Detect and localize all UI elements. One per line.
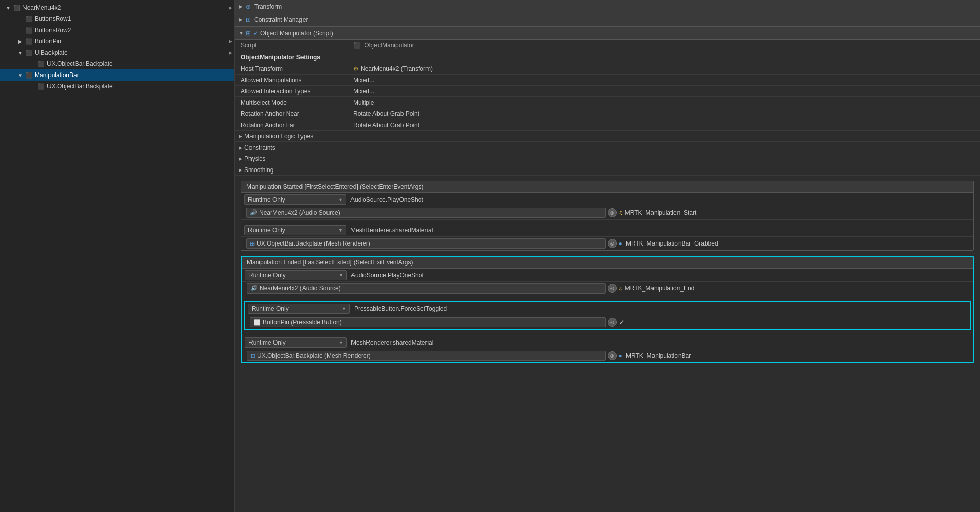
- rotation-anchor-far-label: Rotation Anchor Far: [241, 121, 353, 129]
- tree-item-manipulation-bar[interactable]: ▼ ⬛ ManipulationBar: [0, 69, 234, 81]
- script-label: Script: [241, 42, 353, 49]
- cube-icon: ⬛: [12, 5, 21, 11]
- tree-item-label: UX.ObjectBar.Backplate: [47, 83, 234, 90]
- constraint-manager-section[interactable]: ▶ ⊞ Constraint Manager: [235, 13, 980, 27]
- allowed-interaction-types-row[interactable]: Allowed Interaction Types Mixed...: [235, 86, 980, 97]
- me-method-2: PressableButton.ForceSetToggled: [350, 305, 967, 312]
- me-circle-btn-2[interactable]: ◎: [608, 318, 617, 327]
- expand-icon: ▼: [239, 30, 244, 36]
- checkmark-icon: ✓: [253, 30, 258, 37]
- tree-item-buttons-row2[interactable]: ⬛ ButtonsRow2: [0, 25, 234, 36]
- dropdown-arrow-icon: ▼: [339, 273, 343, 278]
- physics-row[interactable]: ▶ Physics: [235, 153, 980, 164]
- object-manipulator-icon: ⊞: [246, 30, 251, 37]
- me-dropdown-3[interactable]: Runtime Only ▼: [245, 337, 347, 348]
- allowed-manipulations-value: Mixed...: [353, 77, 974, 84]
- me-dropdown-1[interactable]: Runtime Only ▼: [245, 270, 347, 280]
- allowed-manipulations-row[interactable]: Allowed Manipulations Mixed...: [235, 75, 980, 86]
- ms-circle-btn-1[interactable]: ◎: [608, 208, 617, 217]
- me-event-row-2: Runtime Only ▼ PressableButton.ForceSetT…: [245, 302, 970, 315]
- tree-item-label: ButtonsRow2: [35, 27, 234, 34]
- physics-label: Physics: [244, 155, 265, 162]
- cube-icon: ⬛: [24, 72, 34, 79]
- hierarchy-panel: ▼ ⬛ NearMenu4x2 ▶ ⬛ ButtonsRow1 ⬛ Button…: [0, 0, 235, 512]
- tree-item-near-menu[interactable]: ▼ ⬛ NearMenu4x2 ▶: [0, 2, 234, 13]
- tree-item-ux-backplate1[interactable]: ⬛ UX.ObjectBar.Backplate: [0, 58, 234, 69]
- rotation-anchor-near-value: Rotate About Grab Point: [353, 110, 974, 117]
- me-dropdown-2[interactable]: Runtime Only ▼: [248, 304, 350, 314]
- ms-method-2: MeshRenderer.sharedMaterial: [346, 227, 970, 234]
- manipulation-logic-types-row[interactable]: ▶ Manipulation Logic Types: [235, 131, 980, 142]
- ms-note-1: ♫ MRTK_Manipulation_Start: [617, 209, 971, 216]
- tree-item-label: ButtonsRow1: [35, 15, 234, 22]
- manipulation-started-header: Manipulation Started [FirstSelectEntered…: [241, 181, 973, 193]
- tree-item-button-pin[interactable]: ▶ ⬛ ButtonPin ▶: [0, 36, 234, 47]
- ms-event-row-2: Runtime Only ▼ MeshRenderer.sharedMateri…: [241, 224, 973, 237]
- ms-object-row-1: 🔊 NearMenu4x2 (Audio Source) ◎ ♫ MRTK_Ma…: [241, 206, 973, 220]
- manipulation-ended-block: Manipulation Ended [LastSelectExited] (S…: [241, 256, 974, 363]
- transform-label: Transform: [254, 3, 282, 10]
- ms-object-field-1[interactable]: 🔊 NearMenu4x2 (Audio Source): [246, 208, 606, 218]
- audio-icon: 🔊: [250, 209, 257, 216]
- tree-item-label: ButtonPin: [35, 38, 226, 45]
- me-object-row-1: 🔊 NearMenu4x2 (Audio Source) ◎ ♫ MRTK_Ma…: [242, 282, 973, 295]
- tree-item-label: UIBackplate: [35, 49, 226, 56]
- me-event-row-3: Runtime Only ▼ MeshRenderer.sharedMateri…: [242, 336, 973, 349]
- inspector-panel: ▶ ⊕ Transform ▶ ⊞ Constraint Manager ▼ ⊞…: [235, 0, 980, 512]
- me-circle-btn-3[interactable]: ◎: [608, 351, 617, 360]
- tree-item-buttons-row1[interactable]: ⬛ ButtonsRow1: [0, 13, 234, 25]
- me-object-field-1[interactable]: 🔊 NearMenu4x2 (Audio Source): [247, 283, 606, 294]
- tree-item-ui-backplate[interactable]: ▼ ⬛ UIBackplate ▶: [0, 47, 234, 58]
- ms-note-2: ● MRTK_ManipulationBar_Grabbed: [617, 240, 971, 247]
- me-check-field: ✓: [617, 318, 967, 326]
- expand-arrow: ▶: [16, 39, 24, 44]
- constraint-icon: ⊞: [246, 16, 251, 23]
- expand-icon: ▶: [239, 17, 243, 22]
- manipulation-ended-header: Manipulation Ended [LastSelectExited] (S…: [242, 257, 973, 269]
- button-icon: ⬜: [254, 319, 261, 326]
- multiselect-mode-label: Multiselect Mode: [241, 99, 353, 106]
- ms-object-field-2[interactable]: ⊞ UX.ObjectBar.Backplate (Mesh Renderer): [246, 238, 606, 249]
- constraints-label: Constraints: [244, 144, 275, 151]
- transform-section[interactable]: ▶ ⊕ Transform: [235, 0, 980, 13]
- ms-dropdown-1[interactable]: Runtime Only ▼: [244, 194, 346, 205]
- me-method-3: MeshRenderer.sharedMaterial: [347, 339, 970, 346]
- tree-item-label: ManipulationBar: [35, 71, 234, 79]
- ms-circle-btn-2[interactable]: ◎: [608, 239, 617, 248]
- constraint-label: Constraint Manager: [254, 16, 308, 23]
- blue-dot-icon: ●: [619, 240, 622, 247]
- multiselect-mode-row[interactable]: Multiselect Mode Multiple: [235, 97, 980, 108]
- ms-event-row-1: Runtime Only ▼ AudioSource.PlayOneShot: [241, 193, 973, 206]
- smoothing-row[interactable]: ▶ Smoothing: [235, 164, 980, 176]
- rotation-anchor-near-label: Rotation Anchor Near: [241, 110, 353, 117]
- tree-item-label: NearMenu4x2: [22, 4, 226, 11]
- settings-header: ObjectManipulator Settings: [235, 51, 980, 63]
- host-transform-label: Host Transform: [241, 65, 353, 72]
- chevron-right-icon: ▶: [239, 167, 242, 173]
- rotation-anchor-far-row[interactable]: Rotation Anchor Far Rotate About Grab Po…: [235, 119, 980, 131]
- allowed-interaction-types-value: Mixed...: [353, 88, 974, 95]
- ms-dropdown-2[interactable]: Runtime Only ▼: [244, 225, 346, 235]
- ms-object-row-2: ⊞ UX.ObjectBar.Backplate (Mesh Renderer)…: [241, 237, 973, 250]
- music-note-icon: ♫: [619, 209, 623, 216]
- rotation-anchor-far-value: Rotate About Grab Point: [353, 121, 974, 129]
- me-object-field-2[interactable]: ⬜ ButtonPin (Pressable Button): [250, 317, 606, 327]
- host-transform-value: ⚙ NearMenu4x2 (Transform): [353, 65, 974, 72]
- arrow-right-icon: ▶: [226, 5, 234, 10]
- me-circle-btn-1[interactable]: ◎: [608, 284, 617, 293]
- chevron-right-icon: ▶: [239, 145, 242, 150]
- object-manipulator-header[interactable]: ▼ ⊞ ✓ Object Manipulator (Script): [235, 27, 980, 40]
- me-object-field-3[interactable]: ⊞ UX.ObjectBar.Backplate (Mesh Renderer): [247, 351, 606, 361]
- object-manipulator-label: Object Manipulator (Script): [260, 30, 333, 37]
- rotation-anchor-near-row[interactable]: Rotation Anchor Near Rotate About Grab P…: [235, 108, 980, 119]
- script-value: ⬛ ObjectManipulator: [353, 42, 414, 49]
- constraints-row[interactable]: ▶ Constraints: [235, 142, 980, 153]
- host-transform-row[interactable]: Host Transform ⚙ NearMenu4x2 (Transform): [235, 63, 980, 75]
- arrow-right-icon: ▶: [226, 39, 234, 44]
- me-object-row-2: ⬜ ButtonPin (Pressable Button) ◎ ✓: [245, 315, 970, 329]
- chevron-right-icon: ▶: [239, 156, 242, 161]
- cube-icon: ⬛: [24, 16, 34, 22]
- tree-item-ux-backplate2[interactable]: ⬛ UX.ObjectBar.Backplate: [0, 81, 234, 92]
- audio-icon: 🔊: [250, 285, 258, 291]
- arrow-right-icon: ▶: [226, 50, 234, 55]
